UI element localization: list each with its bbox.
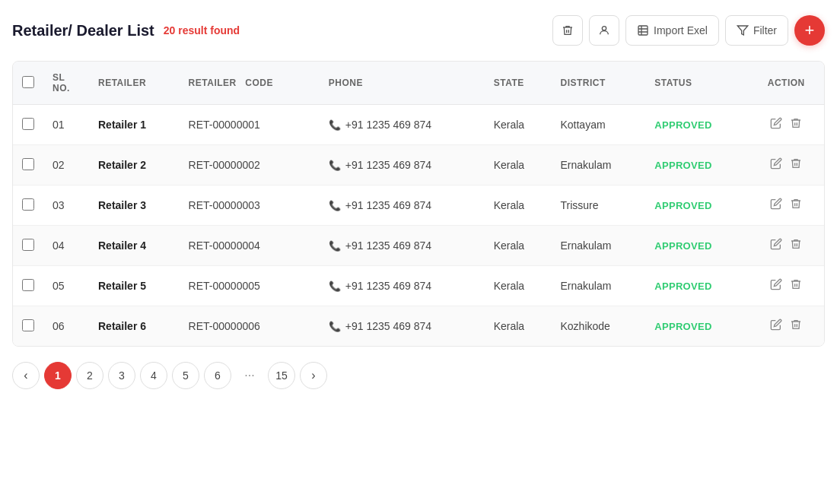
edit-icon[interactable]: [770, 278, 782, 293]
edit-icon[interactable]: [770, 157, 782, 173]
pagination: ‹ 1 2 3 4 5 6 ··· 15 ›: [12, 347, 825, 392]
row-checkbox-cell: [13, 105, 43, 145]
result-count: 20 result found: [164, 24, 240, 36]
table-row: 01 Retailer 1 RET-00000001 📞 +91 1235 46…: [13, 105, 824, 145]
add-button[interactable]: +: [794, 15, 825, 46]
table-row: 02 Retailer 2 RET-00000002 📞 +91 1235 46…: [13, 145, 824, 185]
row-district: Trissure: [551, 185, 645, 226]
row-retailer-code: RET-00000006: [180, 306, 320, 347]
table-body: 01 Retailer 1 RET-00000001 📞 +91 1235 46…: [13, 105, 824, 347]
status-badge: APPROVED: [654, 200, 711, 211]
row-retailer-name: Retailer 6: [89, 306, 180, 347]
row-delete-icon[interactable]: [790, 238, 802, 253]
row-phone: 📞 +91 1235 469 874: [320, 145, 485, 185]
phone-icon: 📞: [329, 119, 341, 131]
page-button-5[interactable]: 5: [172, 362, 199, 389]
status-badge: APPROVED: [654, 240, 711, 252]
phone-number: +91 1235 469 874: [345, 320, 431, 332]
svg-rect-1: [638, 26, 648, 35]
add-icon: +: [805, 21, 815, 40]
row-checkbox-cell: [13, 226, 43, 266]
col-retailer-code: RETAILER CODE: [180, 62, 320, 105]
edit-icon[interactable]: [770, 117, 782, 132]
row-status: APPROVED: [645, 185, 748, 226]
filter-label: Filter: [753, 24, 777, 36]
phone-icon: 📞: [329, 321, 341, 332]
filter-button[interactable]: Filter: [725, 15, 788, 46]
edit-icon[interactable]: [770, 238, 782, 253]
row-retailer-name: Retailer 4: [89, 226, 180, 266]
edit-icon[interactable]: [770, 198, 782, 213]
row-delete-icon[interactable]: [790, 157, 802, 173]
page-button-2[interactable]: 2: [76, 362, 103, 389]
row-retailer-code: RET-00000003: [180, 185, 320, 226]
col-action: ACTION: [749, 62, 824, 105]
row-district: Kottayam: [551, 105, 645, 145]
row-retailer-name: Retailer 1: [89, 105, 180, 145]
edit-icon[interactable]: [770, 319, 782, 334]
row-checkbox[interactable]: [22, 319, 34, 331]
delete-button[interactable]: [552, 15, 583, 46]
phone-icon: 📞: [329, 281, 341, 292]
row-checkbox[interactable]: [22, 239, 34, 251]
phone-number: +91 1235 469 874: [345, 119, 431, 131]
row-status: APPROVED: [645, 105, 748, 145]
user-button[interactable]: [589, 15, 619, 46]
file-icon: [637, 24, 649, 36]
import-label: Import Exel: [654, 24, 708, 36]
select-all-col: [13, 62, 43, 105]
row-status: APPROVED: [645, 306, 748, 347]
row-actions: [749, 145, 824, 185]
row-delete-icon[interactable]: [790, 319, 802, 334]
page-button-6[interactable]: 6: [204, 362, 231, 389]
row-actions: [749, 226, 824, 266]
row-actions: [749, 185, 824, 226]
row-checkbox[interactable]: [22, 279, 34, 291]
status-badge: APPROVED: [654, 321, 711, 332]
row-checkbox[interactable]: [22, 158, 34, 170]
row-state: Kerala: [485, 306, 552, 347]
import-excel-button[interactable]: Import Exel: [625, 15, 719, 46]
col-district: DISTRICT: [551, 62, 645, 105]
row-state: Kerala: [485, 145, 552, 185]
row-sl: 02: [43, 145, 89, 185]
phone-number: +91 1235 469 874: [345, 159, 431, 171]
svg-marker-2: [737, 26, 747, 35]
page-button-4[interactable]: 4: [140, 362, 167, 389]
row-phone: 📞 +91 1235 469 874: [320, 185, 485, 226]
prev-page-button[interactable]: ‹: [12, 362, 40, 389]
page-dots: ···: [236, 362, 263, 389]
row-delete-icon[interactable]: [790, 278, 802, 293]
row-actions: [749, 306, 824, 347]
row-sl: 04: [43, 226, 89, 266]
row-delete-icon[interactable]: [790, 117, 802, 132]
row-actions: [749, 105, 824, 145]
row-district: Kozhikode: [551, 306, 645, 347]
row-retailer-code: RET-00000004: [180, 226, 320, 266]
row-district: Ernakulam: [551, 226, 645, 266]
next-page-button[interactable]: ›: [300, 362, 327, 389]
page-button-15[interactable]: 15: [268, 362, 295, 389]
status-badge: APPROVED: [654, 160, 711, 171]
row-sl: 06: [43, 306, 89, 347]
page-header: Retailer/ Dealer List 20 result found Im…: [12, 15, 825, 46]
table-header: SL NO. RETAILER RETAILER CODE PHONE STAT…: [13, 62, 824, 105]
col-state: STATE: [485, 62, 552, 105]
table-row: 04 Retailer 4 RET-00000004 📞 +91 1235 46…: [13, 226, 824, 266]
status-badge: APPROVED: [654, 119, 711, 131]
row-district: Ernakulam: [551, 145, 645, 185]
page-button-1[interactable]: 1: [44, 362, 72, 389]
row-checkbox[interactable]: [22, 118, 34, 130]
row-checkbox[interactable]: [22, 198, 34, 211]
row-state: Kerala: [485, 266, 552, 306]
row-delete-icon[interactable]: [790, 198, 802, 213]
result-count-label: result found: [178, 24, 240, 36]
row-retailer-code: RET-00000002: [180, 145, 320, 185]
page-button-3[interactable]: 3: [108, 362, 135, 389]
select-all-checkbox[interactable]: [22, 76, 34, 88]
page-title: Retailer/ Dealer List: [12, 22, 154, 40]
row-retailer-name: Retailer 5: [89, 266, 180, 306]
row-state: Kerala: [485, 226, 552, 266]
phone-icon: 📞: [329, 160, 341, 171]
col-retailer: RETAILER: [89, 62, 180, 105]
